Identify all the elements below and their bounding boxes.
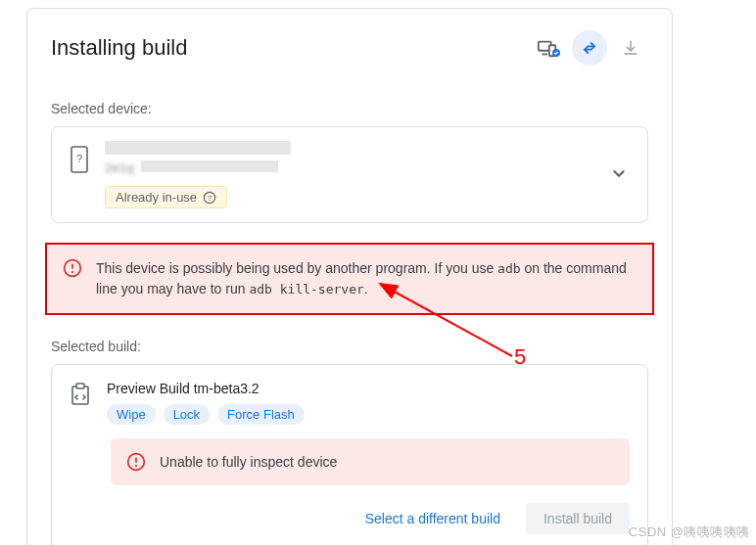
status-badge: Already in-use ? xyxy=(105,186,227,208)
phone-unknown-icon: ? xyxy=(70,145,89,178)
svg-rect-12 xyxy=(76,384,84,388)
annotation-number: 5 xyxy=(514,344,526,370)
selected-device-label: Selected device: xyxy=(51,101,648,116)
alert-text: This device is possibly being used by an… xyxy=(96,258,637,299)
download-icon[interactable] xyxy=(613,30,648,66)
main-card: Installing build xyxy=(26,8,673,545)
select-different-build-button[interactable]: Select a different build xyxy=(348,503,518,534)
button-row: Select a different build Install build xyxy=(70,503,630,534)
svg-text:?: ? xyxy=(208,193,213,202)
watermark: CSDN @咦咦咦咦咦 xyxy=(629,523,750,541)
build-title: Preview Build tm-beta3.2 xyxy=(107,381,305,396)
device-name-redacted xyxy=(105,141,291,155)
chip-wipe[interactable]: Wipe xyxy=(107,404,156,425)
build-card: Preview Build tm-beta3.2 Wipe Lock Force… xyxy=(51,364,648,545)
code-kill-server: adb kill-server xyxy=(249,282,363,296)
chip-lock[interactable]: Lock xyxy=(164,404,210,425)
error-icon xyxy=(63,258,82,299)
error-icon xyxy=(126,452,146,472)
chips-row: Wipe Lock Force Flash xyxy=(107,404,305,425)
build-top: Preview Build tm-beta3.2 Wipe Lock Force… xyxy=(70,381,630,425)
code-adb: adb xyxy=(497,261,520,276)
device-sub-redacted xyxy=(141,160,278,172)
connect-icon[interactable] xyxy=(572,30,607,66)
help-icon[interactable]: ? xyxy=(203,191,216,204)
device-card[interactable]: ? 2e1q: Already in-use ? xyxy=(51,126,648,223)
badge-label: Already in-use xyxy=(116,190,197,204)
page-title: Installing build xyxy=(51,35,187,61)
device-body: 2e1q: Already in-use ? xyxy=(105,141,592,208)
install-build-button: Install build xyxy=(526,503,630,534)
error-alert: This device is possibly being used by an… xyxy=(45,243,654,315)
header-row: Installing build xyxy=(51,30,648,66)
chip-force-flash[interactable]: Force Flash xyxy=(217,404,305,425)
selected-build-label: Selected build: xyxy=(51,339,648,354)
header-actions xyxy=(531,30,648,66)
inner-error-alert: Unable to fully inspect device xyxy=(111,438,630,485)
devices-icon[interactable] xyxy=(531,30,566,66)
chevron-down-icon[interactable] xyxy=(608,162,630,188)
build-info: Preview Build tm-beta3.2 Wipe Lock Force… xyxy=(107,381,305,425)
inner-alert-text: Unable to fully inspect device xyxy=(160,454,337,470)
svg-point-15 xyxy=(135,465,137,467)
code-icon xyxy=(70,383,91,410)
device-sub-prefix: 2e1q: xyxy=(105,160,137,175)
svg-text:?: ? xyxy=(76,153,82,164)
svg-point-10 xyxy=(71,271,73,273)
